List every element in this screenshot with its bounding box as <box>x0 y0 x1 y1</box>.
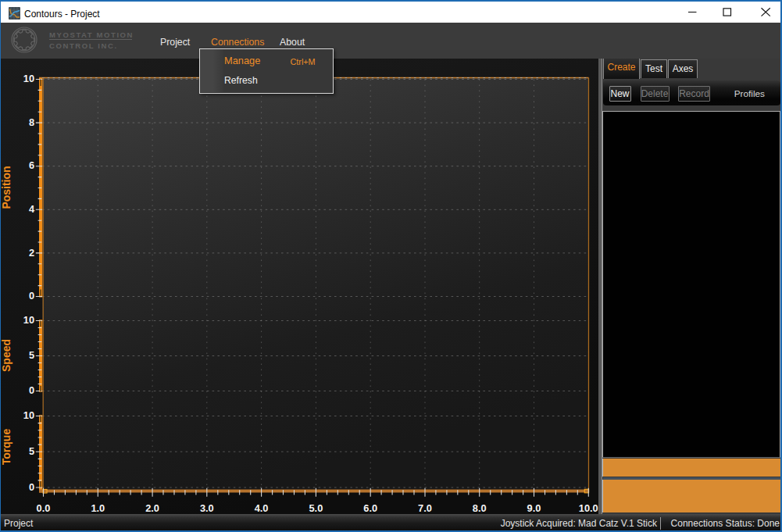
svg-text:Speed: Speed <box>0 339 12 372</box>
svg-text:Torque: Torque <box>0 429 12 466</box>
svg-text:0: 0 <box>29 290 34 302</box>
svg-text:5.0: 5.0 <box>309 502 323 514</box>
svg-text:5: 5 <box>29 445 34 457</box>
svg-text:4: 4 <box>29 203 35 215</box>
svg-text:7.0: 7.0 <box>418 502 432 514</box>
svg-text:6: 6 <box>29 159 34 171</box>
svg-text:8.0: 8.0 <box>473 502 487 514</box>
svg-text:0: 0 <box>29 481 34 493</box>
svg-text:2: 2 <box>29 247 34 259</box>
svg-text:10.0: 10.0 <box>579 502 598 514</box>
svg-text:6.0: 6.0 <box>363 502 377 514</box>
svg-text:8: 8 <box>29 116 34 128</box>
svg-text:10: 10 <box>23 73 34 84</box>
svg-text:9.0: 9.0 <box>527 502 541 514</box>
svg-text:3.0: 3.0 <box>200 502 214 514</box>
svg-text:2.0: 2.0 <box>145 502 159 514</box>
svg-text:0: 0 <box>29 384 34 396</box>
svg-text:Position: Position <box>0 166 12 209</box>
svg-text:10: 10 <box>23 314 34 326</box>
svg-text:0.0: 0.0 <box>37 502 51 514</box>
svg-text:10: 10 <box>23 409 34 421</box>
svg-text:4.0: 4.0 <box>255 502 269 514</box>
svg-text:5: 5 <box>29 349 34 361</box>
svg-text:1.0: 1.0 <box>91 502 105 514</box>
